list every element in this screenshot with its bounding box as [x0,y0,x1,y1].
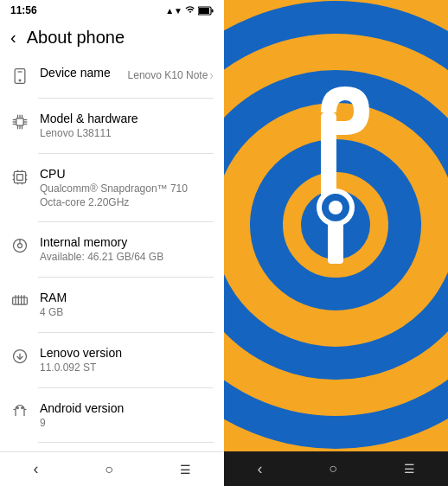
ram-icon [10,291,29,310]
divider-1 [38,98,214,99]
battery-icon [198,6,214,16]
page-title: About phone [27,28,125,48]
lenovo-icon [10,347,29,366]
svg-rect-6 [16,118,23,125]
right-back-button[interactable]: ‹ [243,453,276,485]
device-name-title: Device name [40,65,118,80]
divider-5 [38,332,214,333]
svg-rect-2 [212,9,214,12]
divider-2 [38,153,214,154]
model-hardware-title: Model & hardware [40,111,214,126]
internal-memory-title: Internal memory [40,234,214,250]
chip-icon [10,112,29,131]
android-version-item[interactable]: Android version 9 [0,392,224,439]
device-name-text: Device name [40,65,118,80]
nav-bar: ‹ ○ ☰ [0,451,224,486]
model-hardware-item[interactable]: Model & hardware Lenovo L38111 [0,102,224,150]
svg-point-65 [329,201,342,214]
svg-rect-20 [17,174,23,180]
device-name-value: Lenovo K10 Note › [128,68,214,82]
ram-text: RAM 4 GB [40,290,214,320]
device-name-item[interactable]: Device name Lenovo K10 Note › [0,56,224,94]
status-icons: ▲▼ [165,4,214,16]
divider-6 [38,387,214,388]
left-panel: 11:56 ▲▼ ‹ About phone [0,0,224,486]
lenovo-version-text: Lenovo version 11.0.092 ST [40,345,214,375]
divider-4 [38,277,214,278]
svg-rect-19 [14,171,25,182]
cpu-icon [10,168,29,187]
right-home-button[interactable]: ○ [315,454,351,483]
status-bar: 11:56 ▲▼ [0,0,224,19]
back-nav-button[interactable]: ‹ [19,453,52,485]
time-display: 11:56 [10,4,37,16]
divider-3 [38,221,214,222]
memory-icon [10,236,29,255]
svg-rect-1 [199,8,209,14]
page-header: ‹ About phone [0,19,224,56]
divider-7 [38,442,214,443]
menu-nav-button[interactable]: ☰ [166,456,205,483]
ram-title: RAM [40,290,214,305]
internal-memory-subtitle: Available: 46.21 GB/64 GB [40,251,214,265]
settings-list: Device name Lenovo K10 Note › Model & h [0,56,224,451]
wifi-icon [185,4,195,16]
lenovo-version-subtitle: 11.0.092 ST [40,361,214,375]
svg-point-5 [19,80,21,81]
cpu-text: CPU Qualcomm® Snapdragon™ 710 Octa-core … [40,166,214,209]
right-panel: ‹ ○ ☰ [224,0,448,486]
model-hardware-text: Model & hardware Lenovo L38111 [40,111,214,141]
lenovo-version-item[interactable]: Lenovo version 11.0.092 ST [0,336,224,384]
android-version-subtitle: 9 [40,417,214,431]
chevron-icon: › [209,68,214,82]
android-version-text: Android version 9 [40,400,214,431]
android-icon [10,402,29,421]
internal-memory-item[interactable]: Internal memory Available: 46.21 GB/64 G… [0,226,224,273]
cpu-title: CPU [40,166,214,182]
model-hardware-subtitle: Lenovo L38111 [40,127,214,141]
lenovo-version-title: Lenovo version [40,345,214,361]
home-nav-button[interactable]: ○ [91,455,127,484]
ram-item[interactable]: RAM 4 GB [0,281,224,329]
svg-rect-32 [13,297,28,304]
svg-point-30 [18,244,22,248]
internal-memory-text: Internal memory Available: 46.21 GB/64 G… [40,234,214,265]
back-button[interactable]: ‹ [7,26,20,49]
ram-subtitle: 4 GB [40,306,214,320]
right-menu-button[interactable]: ☰ [390,455,429,483]
cpu-item[interactable]: CPU Qualcomm® Snapdragon™ 710 Octa-core … [0,157,224,218]
right-nav-bar: ‹ ○ ☰ [224,451,448,486]
android-version-title: Android version [40,400,214,416]
svg-point-44 [22,407,23,409]
svg-point-43 [17,407,19,409]
phone-icon [10,67,29,86]
signal-icon: ▲▼ [165,6,182,16]
cpu-subtitle: Qualcomm® Snapdragon™ 710 Octa-core 2.20… [40,182,214,209]
